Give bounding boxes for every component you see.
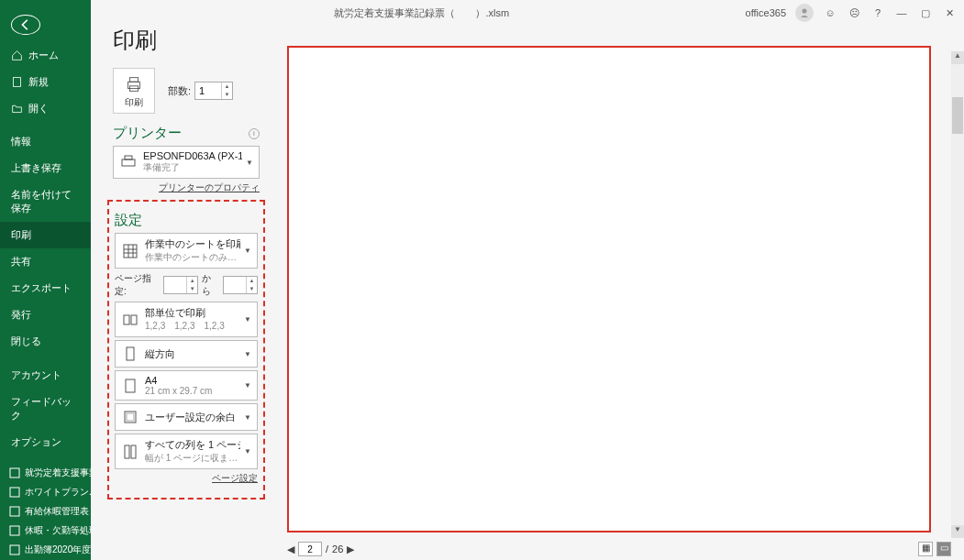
print-what-dropdown[interactable]: 作業中のシートを印刷 作業中のシートのみを印刷します ▼ bbox=[115, 233, 258, 269]
nav-label: 名前を付けて保存 bbox=[11, 188, 80, 215]
chevron-down-icon: ▼ bbox=[244, 247, 251, 255]
backstage-sidebar: ホーム 新規 開く 情報 上書き保存 名前を付けて保存 印刷 共有 エクスポート… bbox=[0, 0, 91, 560]
printer-properties-link[interactable]: プリンターのプロパティ bbox=[113, 181, 260, 194]
chevron-down-icon: ▼ bbox=[244, 447, 251, 456]
page-from-spinner[interactable]: ▲▼ bbox=[163, 276, 198, 294]
nav-export[interactable]: エクスポート bbox=[0, 275, 91, 302]
scroll-thumb[interactable] bbox=[952, 97, 963, 134]
show-margins-button[interactable]: ▦ bbox=[918, 542, 933, 556]
help-icon[interactable]: ? bbox=[870, 5, 885, 20]
nav-label: 発行 bbox=[11, 308, 31, 322]
nav-label: 共有 bbox=[11, 255, 31, 269]
nav-home[interactable]: ホーム bbox=[0, 42, 91, 69]
recent-file[interactable]: 出勤簿2020年度（… bbox=[0, 541, 91, 560]
total-pages: 26 bbox=[332, 544, 343, 555]
nav-label: 情報 bbox=[11, 135, 31, 148]
recent-file[interactable]: 休暇・欠勤等処理簿… bbox=[0, 522, 91, 541]
svg-point-6 bbox=[803, 9, 807, 14]
nav-print[interactable]: 印刷 bbox=[0, 222, 91, 248]
svg-rect-24 bbox=[131, 445, 136, 458]
current-page-input[interactable] bbox=[298, 542, 322, 556]
svg-rect-12 bbox=[124, 245, 137, 258]
nav-save[interactable]: 上書き保存 bbox=[0, 155, 91, 181]
nav-label: アカウント bbox=[11, 368, 61, 382]
face-sad-icon[interactable]: ☹ bbox=[847, 5, 861, 20]
avatar-icon[interactable] bbox=[795, 4, 814, 22]
nav-share[interactable]: 共有 bbox=[0, 248, 91, 275]
recent-file[interactable]: 有給休暇管理表（中… bbox=[0, 502, 91, 522]
nav-saveas[interactable]: 名前を付けて保存 bbox=[0, 181, 91, 222]
chevron-down-icon: ▼ bbox=[244, 413, 251, 422]
print-button[interactable]: 印刷 bbox=[113, 68, 155, 114]
nav-options[interactable]: オプション bbox=[0, 429, 91, 456]
nav-account[interactable]: アカウント bbox=[0, 362, 91, 389]
copies-spinner[interactable]: ▲▼ bbox=[194, 82, 233, 100]
nav-feedback[interactable]: フィードバック bbox=[0, 389, 91, 429]
page-setup-link[interactable]: ページ設定 bbox=[115, 472, 258, 485]
svg-rect-8 bbox=[129, 78, 138, 82]
zoom-to-page-button[interactable]: ▭ bbox=[936, 542, 951, 556]
chevron-down-icon: ▼ bbox=[244, 381, 251, 390]
page-from-input[interactable] bbox=[164, 277, 186, 293]
preview-footer: ◀ / 26 ▶ ▦ ▭ bbox=[274, 538, 964, 560]
collate-icon bbox=[121, 311, 139, 329]
print-button-label: 印刷 bbox=[125, 96, 143, 109]
page-to-spinner[interactable]: ▲▼ bbox=[223, 276, 258, 294]
scroll-up-button[interactable]: ▲ bbox=[951, 51, 964, 64]
svg-rect-18 bbox=[131, 315, 137, 324]
prev-page-button[interactable]: ◀ bbox=[287, 544, 294, 555]
svg-rect-23 bbox=[125, 445, 129, 458]
printer-icon bbox=[119, 153, 138, 171]
page-to-input[interactable] bbox=[224, 277, 246, 293]
printer-dropdown[interactable]: EPSONFD063A (PX-1700F) 準備完了 ▼ bbox=[113, 146, 260, 179]
nav-publish[interactable]: 発行 bbox=[0, 302, 91, 328]
nav-new[interactable]: 新規 bbox=[0, 69, 91, 95]
svg-rect-2 bbox=[10, 488, 19, 497]
settings-section-title: 設定 bbox=[115, 212, 258, 229]
back-button[interactable] bbox=[11, 15, 40, 35]
printer-name: EPSONFD063A (PX-1700F) bbox=[143, 150, 242, 161]
svg-rect-11 bbox=[125, 156, 132, 159]
nav-close[interactable]: 閉じる bbox=[0, 328, 91, 355]
nav-label: フィードバック bbox=[11, 395, 80, 423]
chevron-down-icon: ▼ bbox=[246, 159, 253, 167]
chevron-down-icon: ▼ bbox=[244, 315, 251, 324]
nav-label: 閉じる bbox=[11, 335, 41, 348]
file-label: 就労定着支援事業記… bbox=[25, 467, 91, 479]
copies-input[interactable] bbox=[195, 82, 221, 99]
orientation-dropdown[interactable]: 縦方向 ▼ bbox=[115, 340, 258, 368]
nav-label: 開く bbox=[28, 102, 49, 115]
portrait-icon bbox=[121, 345, 139, 363]
margins-icon bbox=[121, 408, 139, 426]
svg-rect-10 bbox=[122, 159, 135, 166]
nav-open[interactable]: 開く bbox=[0, 95, 91, 122]
collate-dropdown[interactable]: 部単位で印刷 1,2,3 1,2,3 1,2,3 ▼ bbox=[115, 302, 258, 337]
recent-file[interactable]: 就労定着支援事業記… bbox=[0, 463, 91, 482]
settings-highlight-box: 設定 作業中のシートを印刷 作業中のシートのみを印刷します ▼ ページ指定: ▲… bbox=[107, 200, 265, 500]
minimize-button[interactable]: — bbox=[894, 5, 909, 20]
svg-rect-19 bbox=[127, 347, 134, 360]
scaling-dropdown[interactable]: すべての列を 1 ページに印刷 幅が 1 ページに収まるように印刷 … ▼ bbox=[115, 434, 258, 469]
nav-label: 上書き保存 bbox=[11, 161, 61, 175]
preview-canvas bbox=[287, 46, 931, 533]
nav-label: エクスポート bbox=[11, 281, 72, 295]
margins-dropdown[interactable]: ユーザー設定の余白 ▼ bbox=[115, 403, 258, 431]
face-smile-icon[interactable]: ☺ bbox=[823, 5, 837, 20]
svg-rect-1 bbox=[10, 468, 19, 478]
scroll-down-button[interactable]: ▼ bbox=[951, 525, 964, 538]
chevron-down-icon: ▼ bbox=[244, 350, 251, 358]
close-button[interactable]: ✕ bbox=[942, 5, 957, 20]
info-icon[interactable]: i bbox=[249, 128, 260, 139]
spinner-up[interactable]: ▲ bbox=[222, 82, 232, 91]
nav-info[interactable]: 情報 bbox=[0, 128, 91, 155]
recent-file[interactable]: ホワイトプラン.xlsm bbox=[0, 482, 91, 501]
restore-button[interactable]: ▢ bbox=[918, 5, 933, 20]
svg-rect-3 bbox=[10, 507, 19, 516]
titlebar: 就労定着支援事業記録票（ ）.xlsm office365 ☺ ☹ ? — ▢ … bbox=[91, 0, 964, 26]
next-page-button[interactable]: ▶ bbox=[347, 544, 354, 555]
paper-size-dropdown[interactable]: A4 21 cm x 29.7 cm ▼ bbox=[115, 370, 258, 401]
spinner-down[interactable]: ▼ bbox=[222, 91, 232, 99]
account-name[interactable]: office365 bbox=[746, 7, 786, 18]
scaling-icon bbox=[121, 443, 139, 461]
vertical-scrollbar[interactable]: ▲ ▼ bbox=[951, 51, 964, 538]
